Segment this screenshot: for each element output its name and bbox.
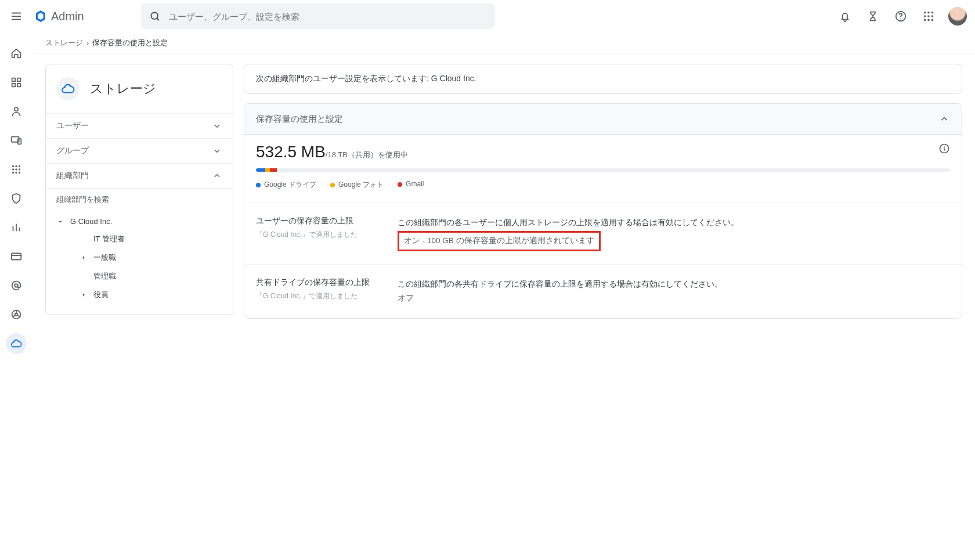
nav-users[interactable] <box>6 101 27 122</box>
usage-seg-photos <box>265 168 270 172</box>
steering-icon <box>10 308 23 319</box>
nav-home[interactable] <box>6 43 27 64</box>
org-tree: G Cloud Inc. IT 管理者 一般職 管理職 役員 <box>46 211 233 315</box>
shield-icon <box>10 192 23 205</box>
org-root[interactable]: G Cloud Inc. <box>46 213 233 230</box>
card-icon <box>10 250 23 263</box>
org-child-label: 一般職 <box>93 252 116 263</box>
nav-reports[interactable] <box>6 217 27 238</box>
hourglass-icon <box>866 10 879 23</box>
hamburger-icon <box>10 10 23 23</box>
account-avatar[interactable] <box>948 7 967 26</box>
dashboard-icon <box>10 76 23 89</box>
breadcrumb-current: 保存容量の使用と設定 <box>92 38 168 48</box>
search-box[interactable] <box>141 3 495 29</box>
breadcrumb-separator: › <box>86 38 89 47</box>
accordion-user[interactable]: ユーザー <box>46 113 233 138</box>
main-panel: 次の組織部門のユーザー設定を表示しています: G Cloud Inc. 保存容量… <box>244 64 962 319</box>
accordion-group-label: グループ <box>56 146 89 156</box>
settings-list: ユーザーの保存容量の上限 「G Cloud Inc.」で適用しました この組織部… <box>244 203 962 318</box>
setting-title: 共有ドライブの保存容量の上限 <box>256 277 384 288</box>
left-nav-rail <box>0 32 32 319</box>
product-logo[interactable]: Admin <box>34 9 84 23</box>
top-bar: Admin <box>0 0 975 32</box>
nav-security[interactable] <box>6 188 27 209</box>
org-context-strip: 次の組織部門のユーザー設定を表示しています: G Cloud Inc. <box>244 64 962 94</box>
person-icon <box>10 105 23 118</box>
svg-rect-12 <box>12 78 16 82</box>
accordion-org-label: 組織部門 <box>56 171 89 181</box>
storage-card: 保存容量の使用と設定 532.5 MB/18 TB（共用）を使用中 Google <box>244 103 962 319</box>
setting-title: ユーザーの保存容量の上限 <box>256 216 384 226</box>
svg-point-11 <box>931 19 934 21</box>
info-icon <box>938 143 950 154</box>
svg-point-3 <box>924 12 926 14</box>
svg-point-33 <box>944 146 945 147</box>
setting-applied: 「G Cloud Inc.」で適用しました <box>256 230 384 240</box>
usage-bar <box>256 168 950 172</box>
nav-rules[interactable] <box>6 304 27 319</box>
org-child-label: 役員 <box>93 290 109 300</box>
accordion-org[interactable]: 組織部門 <box>46 163 233 188</box>
usage-seg-gmail <box>270 168 277 172</box>
home-icon <box>10 47 23 60</box>
svg-point-7 <box>927 15 930 17</box>
accordion-group[interactable]: グループ <box>46 138 233 163</box>
org-child[interactable]: 管理職 <box>46 267 233 286</box>
scope-panel-header: ストレージ <box>46 64 233 113</box>
info-button[interactable] <box>938 143 950 156</box>
svg-point-19 <box>12 165 14 167</box>
svg-point-27 <box>19 172 20 174</box>
setting-shareddrive-limit[interactable]: 共有ドライブの保存容量の上限 「G Cloud Inc.」で適用しました この組… <box>244 265 962 319</box>
svg-point-21 <box>19 165 20 167</box>
svg-point-4 <box>927 12 930 14</box>
setting-status-highlight: オン - 100 GB の保存容量の上限が適用されています <box>398 231 601 251</box>
notifications-button[interactable] <box>833 5 857 28</box>
usage-block: 532.5 MB/18 TB（共用）を使用中 Google ドライブ Googl… <box>244 135 962 203</box>
scope-panel-title: ストレージ <box>90 80 156 97</box>
setting-user-limit[interactable]: ユーザーの保存容量の上限 「G Cloud Inc.」で適用しました この組織部… <box>244 203 962 265</box>
svg-rect-28 <box>12 254 21 260</box>
caret-right-icon <box>80 291 89 299</box>
content-area: ストレージ › 保存容量の使用と設定 ストレージ ユーザー グループ 組織部門 <box>32 32 975 319</box>
nav-billing[interactable] <box>6 246 27 267</box>
svg-point-8 <box>931 15 934 17</box>
legend-photos: Google フォト <box>330 180 384 190</box>
apps-grid-icon <box>922 10 935 23</box>
caret-down-icon <box>56 218 66 226</box>
org-child[interactable]: IT 管理者 <box>46 230 233 248</box>
svg-point-16 <box>15 107 18 111</box>
breadcrumb: ストレージ › 保存容量の使用と設定 <box>32 32 975 53</box>
org-child-label: 管理職 <box>93 271 116 281</box>
org-context-prefix: 次の組織部門のユーザー設定を表示しています: <box>256 74 431 83</box>
menu-button[interactable] <box>5 5 28 28</box>
nav-devices[interactable] <box>6 130 27 151</box>
chevron-up-icon <box>212 171 222 181</box>
apps-button[interactable] <box>917 5 940 28</box>
scope-panel: ストレージ ユーザー グループ 組織部門 組織部門を検索 G Cloud Inc… <box>45 64 233 315</box>
org-child[interactable]: 一般職 <box>46 248 233 267</box>
breadcrumb-parent[interactable]: ストレージ <box>45 38 83 48</box>
setting-status: オフ <box>398 291 950 305</box>
setting-desc: この組織部門の各共有ドライブに保存容量の上限を適用する場合は有効にしてください。 <box>398 277 950 291</box>
apps-icon <box>10 163 23 176</box>
svg-point-25 <box>12 172 14 174</box>
nav-dashboard[interactable] <box>6 72 27 93</box>
search-icon <box>149 10 161 22</box>
devices-icon <box>10 134 23 147</box>
search-input[interactable] <box>169 12 487 21</box>
chart-icon <box>10 221 23 234</box>
setting-desc: この組織部門の各ユーザーに個人用ストレージの上限を適用する場合は有効にしてくださ… <box>398 216 950 230</box>
svg-point-23 <box>15 168 17 170</box>
org-search[interactable]: 組織部門を検索 <box>46 188 233 211</box>
tasks-button[interactable] <box>861 5 884 28</box>
org-child[interactable]: 役員 <box>46 286 233 304</box>
svg-point-2 <box>900 19 901 20</box>
nav-apps[interactable] <box>6 159 27 180</box>
storage-badge-icon <box>56 77 80 100</box>
nav-account[interactable] <box>6 275 27 296</box>
svg-point-24 <box>19 168 20 170</box>
accordion-user-label: ユーザー <box>56 121 89 131</box>
storage-card-header[interactable]: 保存容量の使用と設定 <box>244 104 962 135</box>
help-button[interactable] <box>889 5 912 28</box>
